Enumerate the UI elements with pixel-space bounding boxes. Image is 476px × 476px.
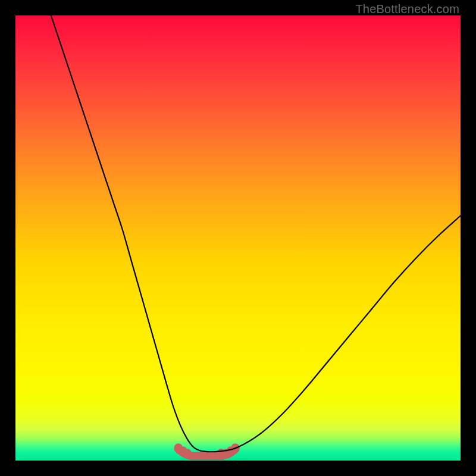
watermark-text: TheBottleneck.com: [355, 2, 459, 16]
svg-point-2: [183, 449, 192, 457]
chart-frame: [15, 15, 461, 461]
gradient-background: [15, 15, 461, 461]
bottleneck-chart: [15, 15, 461, 461]
